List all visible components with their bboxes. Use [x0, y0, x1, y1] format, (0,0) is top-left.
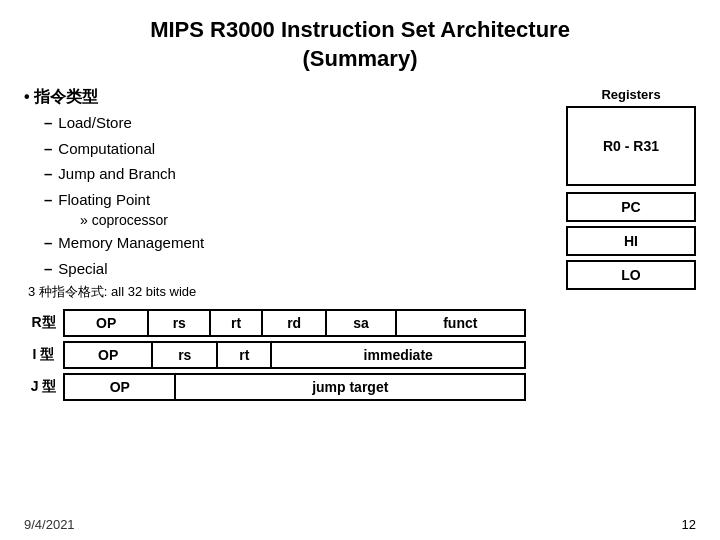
j-op: OP [64, 374, 175, 400]
coprocessor-line: » coprocessor [80, 212, 526, 228]
r-type-label: R型 [24, 310, 64, 336]
j-type-label: J 型 [24, 374, 64, 400]
r-sa: sa [326, 310, 395, 336]
list-item-floating: Floating Point [44, 187, 526, 213]
list-item-load-store: Load/Store [44, 110, 526, 136]
page-number: 12 [682, 517, 696, 532]
r-rt: rt [210, 310, 262, 336]
i-op: OP [64, 342, 152, 368]
bullet-section: • 指令类型 Load/Store Computational Jump and… [24, 87, 526, 301]
list-item-computational: Computational [44, 136, 526, 162]
registers-label: Registers [566, 87, 696, 102]
list-item-special: Special [44, 256, 526, 282]
i-type-table: I 型 OP rs rt immediate [24, 341, 526, 369]
i-rt: rt [217, 342, 271, 368]
left-column: • 指令类型 Load/Store Computational Jump and… [24, 87, 536, 405]
pc-box: PC [566, 192, 696, 222]
sub-list: Load/Store Computational Jump and Branch… [44, 110, 526, 212]
page-title: MIPS R3000 Instruction Set Architecture … [24, 16, 696, 73]
r-type-table: R型 OP rs rt rd sa funct [24, 309, 526, 337]
lo-box: LO [566, 260, 696, 290]
j-target: jump target [175, 374, 525, 400]
list-item-memory: Memory Management [44, 230, 526, 256]
footer-date: 9/4/2021 [24, 517, 75, 532]
note-line: 3 种指令格式: all 32 bits wide [28, 283, 526, 301]
bullet-main: • 指令类型 [24, 87, 526, 108]
r0-r31-box: R0 - R31 [566, 106, 696, 186]
r-funct: funct [396, 310, 525, 336]
r-op: OP [64, 310, 148, 336]
j-type-table: J 型 OP jump target [24, 373, 526, 401]
i-rs: rs [152, 342, 217, 368]
content-area: • 指令类型 Load/Store Computational Jump and… [24, 87, 696, 405]
list-item-jump: Jump and Branch [44, 161, 526, 187]
item-label: Computational [58, 136, 155, 162]
hi-box: HI [566, 226, 696, 256]
item-label: Jump and Branch [58, 161, 176, 187]
i-type-label: I 型 [24, 342, 64, 368]
right-column: Registers R0 - R31 PC HI LO [536, 87, 696, 405]
title-line1: MIPS R3000 Instruction Set Architecture [24, 16, 696, 45]
item-label: Load/Store [58, 110, 131, 136]
r-rd: rd [262, 310, 326, 336]
page: MIPS R3000 Instruction Set Architecture … [0, 0, 720, 540]
item-label: Floating Point [58, 187, 150, 213]
i-immediate: immediate [271, 342, 525, 368]
item-label: Memory Management [58, 230, 204, 256]
tables-section: R型 OP rs rt rd sa funct I 型 OP rs [24, 309, 526, 401]
r-rs: rs [148, 310, 210, 336]
extra-items-list: Memory Management Special [44, 230, 526, 281]
title-line2: (Summary) [24, 45, 696, 74]
item-label: Special [58, 256, 107, 282]
